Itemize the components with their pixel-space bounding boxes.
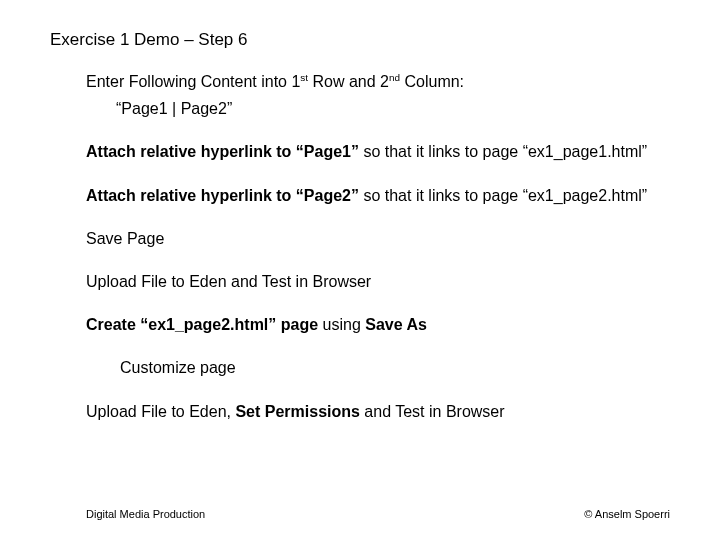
step-save: Save Page	[86, 227, 680, 250]
bold-text: Set Permissions	[235, 403, 360, 420]
step-link-page1: Attach relative hyperlink to “Page1” so …	[86, 140, 680, 163]
step-enter-content: Enter Following Content into 1st Row and…	[86, 70, 680, 120]
superscript-nd: nd	[389, 72, 400, 83]
slide-title: Exercise 1 Demo – Step 6	[50, 30, 247, 50]
text: Column:	[400, 73, 464, 90]
step-create-page2: Create “ex1_page2.html” page using Save …	[86, 313, 680, 336]
text: so that it links to page “ex1_page2.html…	[359, 187, 647, 204]
step-upload-test: Upload File to Eden and Test in Browser	[86, 270, 680, 293]
footer-left: Digital Media Production	[86, 508, 205, 520]
step-upload-permissions: Upload File to Eden, Set Permissions and…	[86, 400, 680, 423]
text: using	[318, 316, 365, 333]
footer-right: © Anselm Spoerri	[584, 508, 670, 520]
step-link-page2: Attach relative hyperlink to “Page2” so …	[86, 184, 680, 207]
text: Enter Following Content into 1	[86, 73, 300, 90]
superscript-st: st	[300, 72, 308, 83]
step-customize: Customize page	[120, 356, 680, 379]
text: so that it links to page “ex1_page1.html…	[359, 143, 647, 160]
bold-text: Save As	[365, 316, 427, 333]
bold-text: Create “ex1_page2.html” page	[86, 316, 318, 333]
slide-footer: Digital Media Production © Anselm Spoerr…	[86, 508, 670, 520]
bold-text: Attach relative hyperlink to “Page1”	[86, 143, 359, 160]
text: Upload File to Eden,	[86, 403, 235, 420]
bold-text: Attach relative hyperlink to “Page2”	[86, 187, 359, 204]
text: and Test in Browser	[360, 403, 505, 420]
text: Row and 2	[308, 73, 389, 90]
example-text: “Page1 | Page2”	[116, 97, 680, 120]
slide-body: Enter Following Content into 1st Row and…	[86, 70, 680, 443]
